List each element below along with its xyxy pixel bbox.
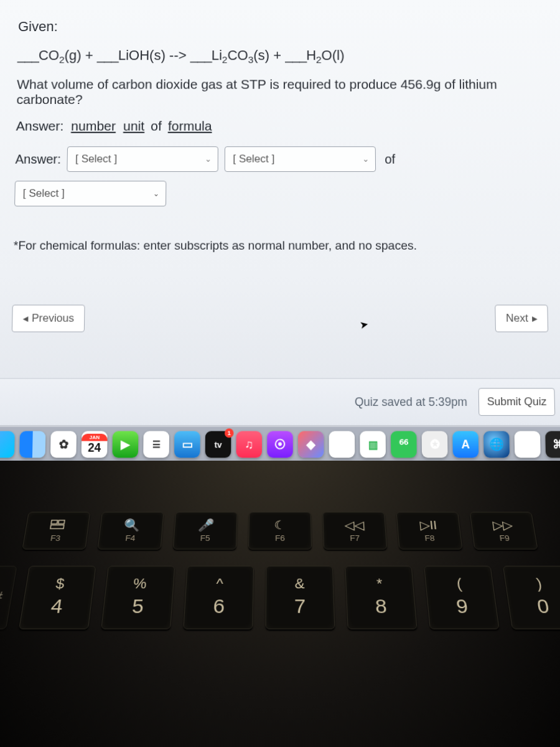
question-text: What volume of carbon dioxide gas at STP… — [16, 77, 543, 108]
dock-terminal-icon[interactable]: ⌘ — [545, 431, 560, 458]
dock-safari-icon[interactable]: ✪ — [422, 431, 448, 458]
forward-icon: ▷▷ — [492, 519, 513, 530]
quiz-saved-status: Quiz saved at 5:39pm — [355, 395, 467, 408]
mission-control-icon — [49, 519, 65, 530]
svg-rect-0 — [51, 520, 57, 524]
answer-format-hint: Answer: number unit of formula — [16, 119, 544, 134]
key-f3[interactable]: F3 — [22, 512, 90, 549]
dock-globe-icon[interactable]: 🌐 — [483, 431, 510, 458]
dock-finder-icon[interactable] — [19, 431, 45, 458]
key-8[interactable]: *8 — [345, 566, 417, 629]
dock-preview-icon[interactable]: 🖼 — [329, 431, 355, 458]
dock-app-icon[interactable] — [0, 431, 15, 458]
key-5[interactable]: %5 — [101, 566, 175, 629]
key-7[interactable]: &7 — [265, 566, 335, 629]
dock-podcasts-icon[interactable]: ⦿ — [267, 431, 292, 458]
badge-icon: 1 — [225, 428, 234, 438]
dock: ✿ JAN 24 ▶ ☰ ▭ tv 1 ♫ ⦿ ◆ 🖼 ▥ ⁶⁶ ✪ A 🌐 ◉… — [0, 425, 560, 464]
next-button[interactable]: Next ▶ — [495, 305, 548, 332]
key-f4[interactable]: 🔍 F4 — [98, 512, 164, 549]
search-icon: 🔍 — [123, 519, 140, 530]
rewind-icon: ◁◁ — [344, 519, 364, 530]
chemical-equation: ___CO2(g) + ___LiOH(s) --> ___Li2CO3(s) … — [17, 47, 543, 66]
svg-rect-2 — [50, 525, 64, 529]
key-f6[interactable]: ☾ F6 — [248, 512, 312, 549]
of-text: of — [385, 152, 395, 167]
dock-tv-icon[interactable]: tv 1 — [205, 431, 231, 458]
chevron-down-icon: ⌄ — [153, 189, 159, 198]
dock-reminders-icon[interactable]: ☰ — [143, 431, 169, 458]
dock-calendar-icon[interactable]: JAN 24 — [82, 431, 108, 458]
dock-messages-icon[interactable]: ⁶⁶ — [391, 431, 417, 458]
key-f5[interactable]: 🎤 F5 — [173, 512, 238, 549]
chevron-down-icon: ⌄ — [363, 155, 369, 164]
dock-appstore-icon[interactable]: A — [452, 431, 478, 458]
key-f9[interactable]: ▷▷ F9 — [470, 512, 538, 549]
submit-quiz-button[interactable]: Submit Quiz — [478, 388, 555, 416]
dock-chrome-icon[interactable]: ◉ — [515, 431, 541, 458]
svg-rect-1 — [58, 520, 65, 524]
answer-number-select[interactable]: [ Select ] ⌄ — [67, 147, 219, 172]
keyboard: F3 🔍 F4 🎤 F5 ☾ F6 ◁◁ F7 ▷II F8 ▷▷ F9 # — [0, 461, 560, 747]
dock-numbers-icon[interactable]: ▥ — [360, 431, 386, 458]
dock-photos-icon[interactable]: ✿ — [50, 431, 77, 458]
mic-icon: 🎤 — [197, 519, 214, 530]
answer-label: Answer: — [15, 152, 61, 167]
triangle-left-icon: ◀ — [23, 314, 28, 323]
dock-shortcuts-icon[interactable]: ◆ — [298, 431, 324, 458]
key-6[interactable]: ^6 — [183, 566, 254, 629]
moon-icon: ☾ — [274, 519, 286, 530]
play-pause-icon: ▷II — [419, 519, 437, 530]
key-9[interactable]: (9 — [424, 566, 500, 629]
dock-files-icon[interactable]: ▭ — [174, 431, 200, 458]
answer-formula-select[interactable]: [ Select ] ⌄ — [14, 181, 166, 207]
chevron-down-icon: ⌄ — [205, 155, 212, 164]
dock-music-icon[interactable]: ♫ — [236, 431, 263, 458]
subscript-note: *For chemical formulas: enter subscripts… — [13, 239, 546, 253]
key-3[interactable]: # — [0, 566, 17, 629]
answer-unit-select[interactable]: [ Select ] ⌄ — [225, 147, 376, 172]
given-label: Given: — [18, 19, 542, 35]
key-0[interactable]: )0 — [503, 566, 560, 629]
key-f7[interactable]: ◁◁ F7 — [322, 512, 387, 549]
key-4[interactable]: $4 — [19, 566, 96, 629]
previous-button[interactable]: ◀ Previous — [12, 305, 85, 332]
dock-facetime-icon[interactable]: ▶ — [112, 431, 138, 458]
triangle-right-icon: ▶ — [532, 314, 537, 323]
key-f8[interactable]: ▷II F8 — [396, 512, 463, 549]
